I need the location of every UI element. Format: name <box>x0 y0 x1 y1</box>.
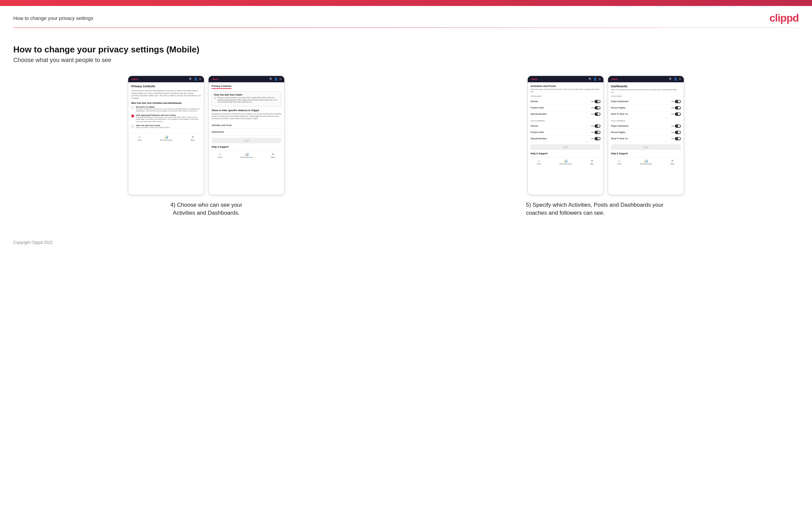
toggle-switch-followers-what-to-work <box>675 137 681 140</box>
followers-label-3: FOLLOWERS <box>531 120 601 122</box>
chevron-dashboards: › <box>281 130 282 133</box>
only-you-radio: Only you and the coaches you connect wit… <box>214 97 279 103</box>
menu-row-dashboards: Dashboards › <box>211 129 281 135</box>
coaches-practice-label: Practice Drills <box>531 107 544 109</box>
activities-posts-heading: Activities and Posts <box>531 84 601 88</box>
only-you-radio-circle <box>214 97 216 99</box>
search-icon: 🔍 <box>189 78 192 80</box>
followers-label-4: FOLLOWERS <box>611 120 681 122</box>
toggle-coaches-round-insights: Round Insights ON <box>611 105 681 111</box>
phone-1: ‹ Back 🔍 👤 ⚙ Privacy Controls Control ho… <box>128 76 204 195</box>
toggle-followers-player-dash: Player Dashboard ON <box>611 123 681 129</box>
toggle-coaches-what-to-work-on: ON <box>671 112 681 116</box>
toggle-switch-followers-round-insights <box>675 131 681 134</box>
help-support-4: Help & Support <box>611 152 681 155</box>
phone2-body: Privacy Controls Only You and Your Coach… <box>209 82 284 150</box>
phone4-nav: ⌂ Home 📊 My Performance ≡ Menu <box>608 157 684 166</box>
radio-circle-only-you <box>131 125 134 128</box>
page-subheading: Choose what you want people to see <box>13 57 799 64</box>
phone1-nav: ⌂ Home 📊 My Performance ≡ Menu <box>128 133 204 142</box>
toggle-coaches-practice-on: ON <box>591 106 601 110</box>
search-icon-2: 🔍 <box>269 78 273 80</box>
search-icon-3: 🔍 <box>589 78 592 80</box>
dashboards-desc: Select the dashboards that you'd like to… <box>611 89 681 93</box>
phone1-back: ‹ Back <box>131 78 138 80</box>
nav-performance-1: 📊 My Performance <box>160 135 172 141</box>
followers-what-to-work-label: What To Work On <box>611 137 628 140</box>
phone4-topbar: ‹ Back 🔍 👤 ⚙ <box>608 76 684 82</box>
header-title: How to change your privacy settings <box>13 15 93 21</box>
save-btn-2: Save <box>211 138 281 143</box>
nav-menu-4: ≡ Menu <box>670 159 675 165</box>
toggle-coaches-rounds: Rounds ON <box>531 99 601 105</box>
activities-posts-desc: Select the types of activity that you'd … <box>531 88 601 93</box>
toggle-followers-round-insights: Round Insights ON <box>611 129 681 136</box>
toggle-switch-followers-manual <box>595 137 601 140</box>
toggle-followers-manual: Manual Activities ON <box>531 136 601 142</box>
radio-everyone: Everyone on Clippd Everyone on Clippd ca… <box>131 106 201 112</box>
coaches-round-insights-label: Round Insights <box>611 107 625 109</box>
toggle-switch-coaches-round-insights <box>675 106 681 110</box>
right-section: ‹ Back 🔍 👤 ⚙ Activities and Posts Select… <box>413 76 799 217</box>
followers-practice-label: Practice Drills <box>531 131 544 133</box>
toggle-coaches-player-dash-on: ON <box>671 100 681 103</box>
menu-row-activities: Activities and Posts › <box>211 122 281 129</box>
toggle-coaches-player-dash: Player Dashboard ON <box>611 99 681 105</box>
menu-dashboards-label: Dashboards <box>211 131 224 133</box>
coaches-label-3: COACHES <box>531 95 601 97</box>
coaches-label-4: COACHES <box>611 95 681 97</box>
toggle-switch-coaches-player-dash <box>675 100 681 103</box>
toggle-coaches-manual: Manual Activities ON <box>531 111 601 117</box>
settings-icon-4: ⚙ <box>679 78 681 80</box>
toggle-switch-coaches-practice <box>595 106 601 110</box>
chevron-activities: › <box>281 124 282 127</box>
top-gradient-bar <box>0 0 812 6</box>
phone2-nav: ⌂ Home 📊 My Performance ≡ Menu <box>209 150 284 159</box>
followers-rounds-label: Rounds <box>531 125 538 127</box>
save-btn-4: Save <box>611 144 681 150</box>
people-icon-4: 👤 <box>674 78 677 80</box>
nav-home-4: ⌂ Home <box>617 159 621 165</box>
nav-menu-3: ≡ Menu <box>590 159 595 165</box>
phone1-title: Privacy Controls <box>131 84 201 88</box>
dashboards-heading: Dashboards <box>611 84 681 88</box>
toggle-followers-manual-on: ON <box>591 137 601 140</box>
toggle-coaches-rounds-on: ON <box>591 100 601 103</box>
main-content: How to change your privacy settings (Mob… <box>0 38 812 230</box>
header: How to change your privacy settings clip… <box>0 6 812 27</box>
followers-round-insights-label: Round Insights <box>611 131 625 133</box>
radio-only-you: Only You and Your Coach Only you and the… <box>131 124 201 129</box>
toggle-coaches-round-insights-on: ON <box>671 106 681 110</box>
nav-home-3: ⌂ Home <box>537 159 541 165</box>
radio-approved: Only Approved Followers and Your Coach O… <box>131 114 201 123</box>
phone-4: ‹ Back 🔍 👤 ⚙ Dashboards Select the dashb… <box>608 76 684 195</box>
people-icon: 👤 <box>194 78 197 80</box>
caption-4: 4) Choose who can see your Activities an… <box>168 201 244 217</box>
phone2-icons: 🔍 👤 ⚙ <box>269 78 282 80</box>
phone3-topbar: ‹ Back 🔍 👤 ⚙ <box>528 76 603 82</box>
phone3-icons: 🔍 👤 ⚙ <box>589 78 601 80</box>
nav-menu-2: ≡ Menu <box>271 152 275 158</box>
coaches-manual-label: Manual Activities <box>531 113 547 115</box>
toggle-coaches-practice: Practice Drills ON <box>531 105 601 111</box>
toggle-coaches-manual-on: ON <box>591 112 601 116</box>
toggle-switch-coaches-manual <box>595 112 601 116</box>
nav-home-1: ⌂ Home <box>138 135 142 141</box>
phone4-icons: 🔍 👤 ⚙ <box>669 78 681 80</box>
save-btn-3: Save <box>531 144 601 150</box>
phone1-section-title: Who Can See Your Activities and Dashboar… <box>131 102 201 104</box>
phone1-topbar: ‹ Back 🔍 👤 ⚙ <box>128 76 204 82</box>
coaches-rounds-label: Rounds <box>531 100 538 103</box>
phone1-icons: 🔍 👤 ⚙ <box>189 78 201 80</box>
footer-copyright: Copyright Clippd 2022 <box>13 240 53 245</box>
phone-3: ‹ Back 🔍 👤 ⚙ Activities and Posts Select… <box>527 76 604 195</box>
nav-menu-1: ≡ Menu <box>191 135 195 141</box>
toggle-followers-rounds-on: ON <box>591 124 601 128</box>
only-you-box: Only You and Your Coach Only you and the… <box>211 91 281 107</box>
phones-pair-left: ‹ Back 🔍 👤 ⚙ Privacy Controls Control ho… <box>128 76 285 195</box>
radio-sublabel-only-you: Only you and the coaches you connect wit… <box>136 126 170 129</box>
left-section: ‹ Back 🔍 👤 ⚙ Privacy Controls Control ho… <box>13 76 400 217</box>
show-hide-desc: Regardless of the privacy controls that … <box>211 113 281 120</box>
toggle-followers-practice-on: ON <box>591 131 601 134</box>
toggle-followers-rounds: Rounds ON <box>531 123 601 129</box>
